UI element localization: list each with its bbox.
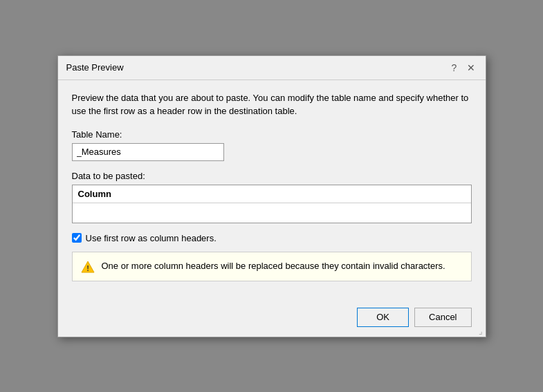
paste-preview-dialog: Paste Preview ? ✕ Preview the data that … [57,55,486,337]
dialog-title: Paste Preview [66,62,124,73]
help-button[interactable]: ? [448,62,461,74]
warning-text: One or more column headers will be repla… [102,259,445,273]
close-button[interactable]: ✕ [465,62,477,74]
data-preview-table: Column [72,185,472,223]
first-row-checkbox[interactable] [72,233,82,243]
svg-text:!: ! [86,264,89,272]
data-table-row [73,203,471,223]
cancel-button[interactable]: Cancel [414,308,471,327]
warning-box: ! One or more column headers will be rep… [72,252,472,281]
dialog-footer: OK Cancel [58,304,486,337]
data-table-header: Column [73,185,471,203]
title-bar-left: Paste Preview [66,62,124,73]
checkbox-row: Use first row as column headers. [72,233,472,243]
resize-handle: ⌟ [479,327,483,335]
title-bar-controls: ? ✕ [448,62,477,74]
table-name-label: Table Name: [72,129,472,140]
warning-icon: ! [81,260,95,274]
ok-button[interactable]: OK [357,308,409,327]
description-text: Preview the data that you are about to p… [72,91,472,118]
title-bar: Paste Preview ? ✕ [58,56,486,80]
checkbox-label[interactable]: Use first row as column headers. [86,233,217,243]
data-preview-label: Data to be pasted: [72,171,472,181]
dialog-body: Preview the data that you are about to p… [58,80,486,304]
column-header: Column [78,189,111,199]
table-name-input[interactable] [72,143,224,161]
